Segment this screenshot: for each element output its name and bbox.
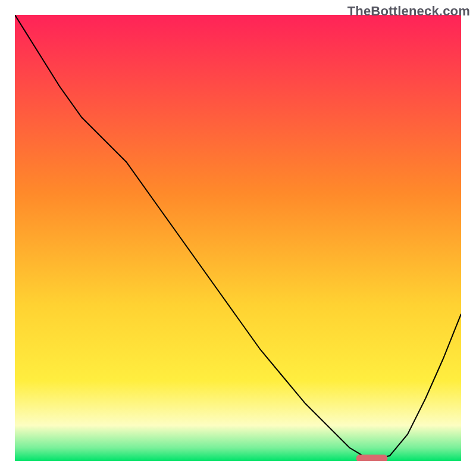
bottleneck-chart xyxy=(0,0,476,476)
watermark-label: TheBottleneck.com xyxy=(347,4,470,19)
gradient-background xyxy=(15,15,461,461)
chart-container: TheBottleneck.com xyxy=(0,0,476,476)
